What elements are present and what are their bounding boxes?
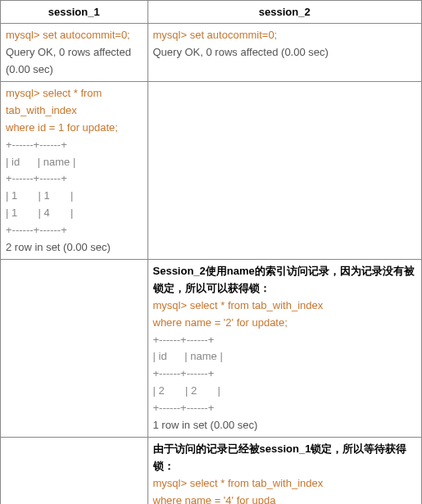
cell-s1-select-for-update: mysql> select * from tab_with_index wher… [1,82,148,260]
table-row: mysql> select * from tab_with_index wher… [1,82,422,260]
table-container: session_1 session_2 mysql> set autocommi… [0,0,422,504]
cell-s2-select-name-4: 由于访问的记录已经被session_1锁定，所以等待获得锁： mysql> se… [147,438,422,504]
sql-command: where name = '4' for upda [153,493,417,504]
sql-command: mysql> select * from tab_with_index [153,297,417,315]
sql-command: mysql> select * from tab_with_index [153,475,417,493]
table-border: +------+------+ [153,332,417,349]
sql-result: Query OK, 0 rows affected (0.00 sec) [153,44,417,61]
table-data-row: | 1 | 4 | [6,205,143,222]
cell-empty [147,82,422,260]
header-row: session_1 session_2 [1,1,422,24]
table-data-row: | 1 | 1 | [6,188,143,205]
table-header-row: | id | name | [6,154,143,171]
session-comparison-table: session_1 session_2 mysql> set autocommi… [0,0,422,504]
header-session-1: session_1 [1,1,148,24]
sql-result: 2 row in set (0.00 sec) [6,239,143,257]
cell-s2-select-name-2: Session_2使用name的索引访问记录，因为记录没有被锁定，所以可以获得锁… [147,260,422,438]
sql-command: where name = '2' for update; [153,315,417,332]
table-border: +------+------+ [153,400,417,417]
table-row: 由于访问的记录已经被session_1锁定，所以等待获得锁： mysql> se… [1,438,422,504]
table-row: Session_2使用name的索引访问记录，因为记录没有被锁定，所以可以获得锁… [1,260,422,438]
table-border: +------+------+ [6,137,143,154]
sql-result: Query OK, 0 rows affected (0.00 sec) [6,44,143,79]
sql-command: where id = 1 for update; [6,120,143,137]
cell-s1-autocommit: mysql> set autocommit=0; Query OK, 0 row… [1,24,148,82]
cell-s2-autocommit: mysql> set autocommit=0; Query OK, 0 row… [147,24,422,82]
table-border: +------+------+ [153,366,417,383]
table-row: mysql> set autocommit=0; Query OK, 0 row… [1,24,422,82]
table-border: +------+------+ [6,170,143,188]
table-data-row: | 2 | 2 | [153,383,417,400]
header-session-2: session_2 [147,1,422,24]
explanation-text: 由于访问的记录已经被session_1锁定，所以等待获得锁： [153,441,417,475]
explanation-text: Session_2使用name的索引访问记录，因为记录没有被锁定，所以可以获得锁… [153,263,417,297]
sql-command: mysql> set autocommit=0; [153,27,417,44]
sql-result: 1 row in set (0.00 sec) [153,417,417,434]
sql-command: mysql> select * from tab_with_index [6,85,143,120]
sql-command: mysql> set autocommit=0; [6,27,143,44]
cell-empty [1,438,148,504]
cell-empty [1,260,148,438]
table-header-row: | id | name | [153,348,417,366]
table-border: +------+------+ [6,222,143,239]
